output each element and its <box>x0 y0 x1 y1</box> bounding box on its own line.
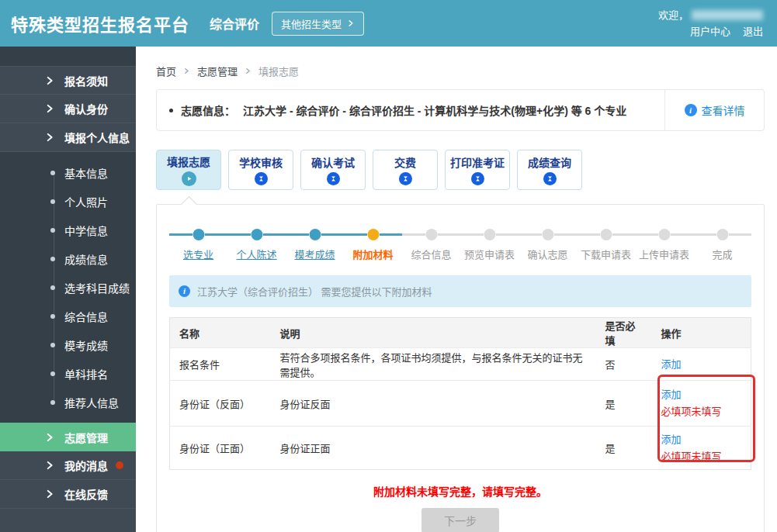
step-mock-exam-scores: 模考成绩 <box>286 225 344 261</box>
other-enrollment-types-button[interactable]: 其他招生类型 <box>272 12 364 36</box>
step-additional-materials: 附加材料 <box>344 225 402 261</box>
sidebar-item-enrollment-notice[interactable]: 报名须知 <box>0 66 136 95</box>
sidebar-subitem-label: 中学信息 <box>64 223 108 238</box>
bullet-icon <box>50 199 55 204</box>
step-dot-icon <box>193 229 204 240</box>
step-label: 综合信息 <box>411 249 451 261</box>
sidebar-item-confirm-identity[interactable]: 确认身份 <box>0 95 136 123</box>
hourglass-icon <box>327 172 340 185</box>
bullet-icon <box>169 109 173 112</box>
tab-score-inquiry[interactable]: 成绩查询 <box>517 150 582 190</box>
breadcrumb-home[interactable]: 首页 <box>156 64 176 78</box>
materials-table: 名称 说明 是否必填 操作 报名条件 若符合多项报名条件，各项证书均须提供，与报… <box>169 317 751 470</box>
step-confirm-volunteer: 确认志愿 <box>519 225 577 261</box>
main-content: 首页 志愿管理 填报志愿 志愿信息： 江苏大学 - 综合评价 - 综合评价招生 … <box>136 47 777 532</box>
incomplete-warning-text: 附加材料未填写完整，请填写完整。 <box>169 483 751 499</box>
sidebar-item-volunteer-management[interactable]: 志愿管理 <box>0 423 136 451</box>
user-box: 欢迎， 用户中心 退出 <box>658 7 763 40</box>
required-error-text: 必填项未填写 <box>661 448 742 465</box>
table-row: 身份证（反面） 身份证反面 是 添加 必填项未填写 <box>170 381 751 427</box>
sidebar-subitem-personal-photo[interactable]: 个人照片 <box>0 187 136 216</box>
username-redacted <box>692 10 763 20</box>
chevron-right-icon <box>45 461 54 470</box>
tab-label: 成绩查询 <box>528 154 571 170</box>
tab-label: 确认考试 <box>311 154 355 170</box>
material-required: 是 <box>596 427 652 470</box>
breadcrumb-fill-volunteer: 填报志愿 <box>258 64 299 78</box>
sidebar-item-personal-info[interactable]: 填报个人信息 <box>0 123 136 152</box>
column-header-required: 是否必填 <box>596 318 652 348</box>
sidebar-subgroup: 基本信息 个人照片 中学信息 成绩信息 选考科目成绩 综合信息 模考成绩 单科排… <box>0 152 136 423</box>
logout-link[interactable]: 退出 <box>743 23 763 40</box>
tab-label: 打印准考证 <box>450 154 505 170</box>
sidebar-subitem-basic-info[interactable]: 基本信息 <box>0 158 136 187</box>
sidebar-subitem-mock-exam-scores[interactable]: 模考成绩 <box>0 330 136 359</box>
tab-payment[interactable]: 交费 <box>373 150 438 190</box>
sidebar-item-label: 填报个人信息 <box>64 130 130 145</box>
sidebar-subitem-label: 基本信息 <box>64 165 108 181</box>
step-label: 附加材料 <box>352 249 393 261</box>
column-header-action: 操作 <box>652 318 751 348</box>
sidebar-subitem-subject-ranking[interactable]: 单科排名 <box>0 359 136 388</box>
material-description: 若符合多项报名条件，各项证书均须提供，与报名条件无关的证书无需提供。 <box>271 348 596 381</box>
add-link[interactable]: 添加 <box>661 431 742 448</box>
chevron-right-icon <box>347 19 355 27</box>
sidebar-subitem-label: 选考科目成绩 <box>64 280 130 295</box>
sidebar-subitem-label: 模考成绩 <box>64 337 108 353</box>
material-name: 报名条件 <box>170 348 271 381</box>
step-label: 完成 <box>712 249 732 261</box>
step-upload-application: 上传申请表 <box>635 225 693 261</box>
enrollment-category-label: 综合评价 <box>210 14 259 33</box>
sidebar-subitem-comprehensive-info[interactable]: 综合信息 <box>0 302 136 330</box>
step-dot-icon <box>542 229 553 240</box>
tab-school-review[interactable]: 学校审核 <box>228 150 293 190</box>
step-dot-icon <box>425 229 437 240</box>
bullet-icon <box>50 371 55 376</box>
tab-print-admission-ticket[interactable]: 打印准考证 <box>445 150 510 190</box>
tab-fill-volunteer[interactable]: 填报志愿 <box>156 150 221 190</box>
bullet-icon <box>50 400 55 405</box>
unread-badge-icon <box>116 461 123 469</box>
tab-confirm-exam[interactable]: 确认考试 <box>300 150 366 190</box>
step-label[interactable]: 模考成绩 <box>294 249 335 261</box>
add-link[interactable]: 添加 <box>661 386 742 403</box>
chevron-right-icon <box>45 104 54 113</box>
view-details-button[interactable]: 查看详情 <box>664 90 764 130</box>
tab-label: 学校审核 <box>239 154 283 170</box>
chevron-right-icon <box>245 67 251 74</box>
step-label[interactable]: 个人陈述 <box>236 249 276 261</box>
column-header-name: 名称 <box>170 318 271 348</box>
sidebar-item-label: 我的消息 <box>64 458 108 473</box>
step-dot-icon <box>600 229 612 240</box>
user-center-link[interactable]: 用户中心 <box>690 23 730 40</box>
bullet-icon <box>50 257 55 261</box>
required-error-text: 必填项未填写 <box>661 403 742 420</box>
sidebar-subitem-label: 单科排名 <box>64 366 108 382</box>
sidebar-subitem-score-info[interactable]: 成绩信息 <box>0 244 136 273</box>
chevron-right-icon <box>45 76 54 85</box>
add-link[interactable]: 添加 <box>661 356 742 373</box>
material-description: 身份证正面 <box>271 427 596 470</box>
sidebar-subitem-elective-scores[interactable]: 选考科目成绩 <box>0 273 136 302</box>
play-icon <box>182 171 196 186</box>
chevron-right-icon <box>45 489 54 499</box>
hourglass-icon <box>471 172 484 185</box>
sidebar-subitem-school-info[interactable]: 中学信息 <box>0 216 136 244</box>
sidebar-item-my-messages[interactable]: 我的消息 <box>0 451 136 480</box>
step-comprehensive-info: 综合信息 <box>402 225 460 261</box>
sidebar-subitem-label: 推荐人信息 <box>64 395 119 410</box>
sidebar-item-online-feedback[interactable]: 在线反馈 <box>0 480 136 509</box>
hourglass-icon <box>399 172 412 185</box>
step-label: 下载申请表 <box>581 249 631 261</box>
material-action-cell: 添加 <box>652 348 751 381</box>
breadcrumb-volunteer-management[interactable]: 志愿管理 <box>197 64 238 78</box>
sidebar-subitem-recommender-info[interactable]: 推荐人信息 <box>0 388 136 416</box>
step-dot-icon <box>484 229 495 240</box>
sidebar-filler <box>0 509 136 532</box>
view-details-label: 查看详情 <box>702 102 745 118</box>
step-label[interactable]: 选专业 <box>183 249 213 261</box>
material-action-cell: 添加 必填项未填写 <box>652 381 751 427</box>
material-name: 身份证（正面） <box>170 427 271 470</box>
next-step-button[interactable]: 下一步 <box>421 508 499 532</box>
tab-label: 交费 <box>394 154 416 170</box>
